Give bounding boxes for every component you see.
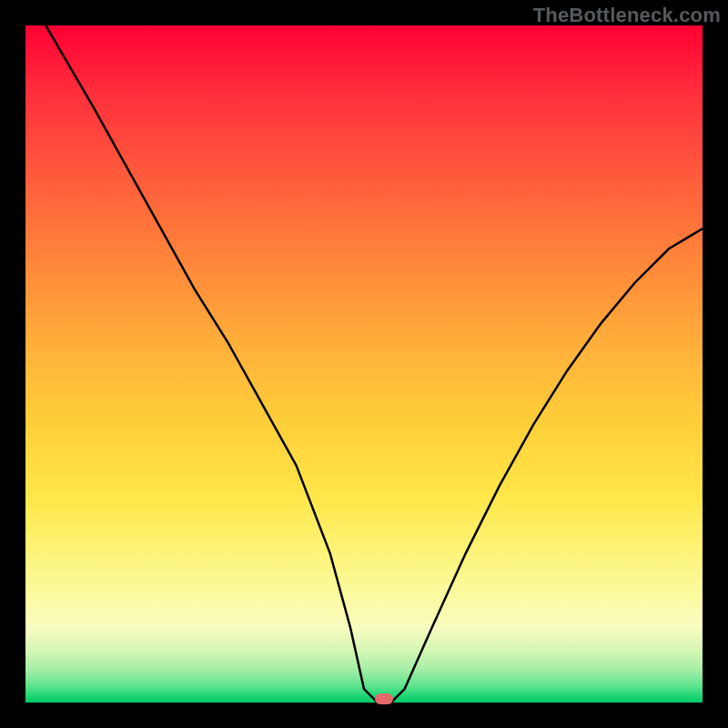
chart-frame: TheBottleneck.com	[0, 0, 728, 728]
optimum-marker	[375, 693, 393, 704]
curve-path	[46, 25, 703, 703]
watermark-text: TheBottleneck.com	[533, 4, 721, 27]
plot-area	[25, 25, 703, 703]
bottleneck-curve	[25, 25, 703, 703]
